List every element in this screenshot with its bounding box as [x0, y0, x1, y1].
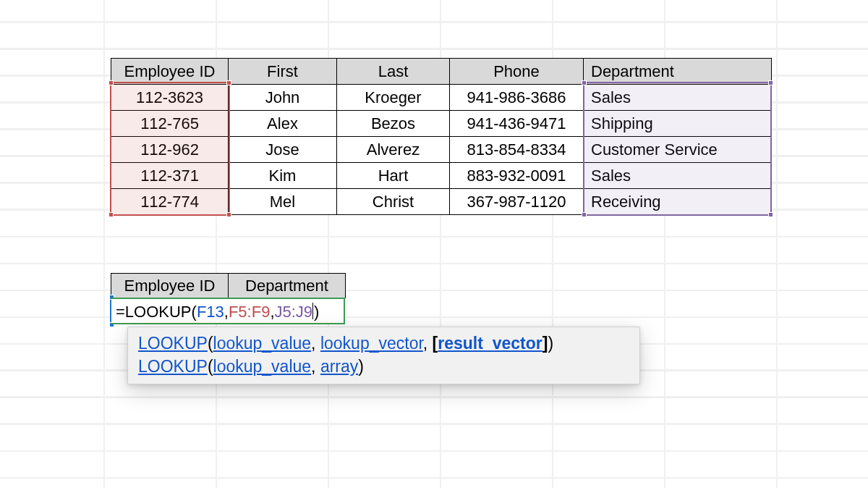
tooltip-signature-2[interactable]: LOOKUP(lookup_value, array)	[138, 355, 629, 378]
formula-text-prefix: =LOOKUP(	[116, 303, 197, 321]
cell-dept[interactable]: Receiving	[584, 189, 772, 215]
table-row: 112-371 Kim Hart 883-932-0091 Sales	[111, 163, 772, 189]
table-header-row: Employee ID Department	[111, 274, 346, 298]
tooltip-arg-lookup-value: lookup_value	[213, 334, 312, 353]
formula-text-suffix: )	[314, 303, 319, 321]
tooltip-paren: )	[548, 334, 553, 353]
cell-id[interactable]: 112-774	[111, 189, 229, 215]
cell-id[interactable]: 112-765	[111, 111, 229, 137]
cell-dept[interactable]: Shipping	[584, 111, 772, 137]
table-row: 112-3623 John Kroeger 941-986-3686 Sales	[111, 85, 772, 111]
text-cursor	[312, 303, 313, 319]
tooltip-fn-name: LOOKUP	[138, 334, 208, 353]
table-row: 112-765 Alex Bezos 941-436-9471 Shipping	[111, 111, 772, 137]
cell-last[interactable]: Bezos	[337, 111, 450, 137]
formula-arg-lookup-value: F13	[197, 303, 224, 321]
tooltip-arg-array: array	[320, 357, 358, 376]
tooltip-arg-lookup-vector: lookup_vector	[320, 334, 423, 353]
lookup-table: Employee ID Department	[111, 273, 346, 298]
cell-phone[interactable]: 883-932-0091	[450, 163, 584, 189]
cell-id[interactable]: 112-962	[111, 137, 229, 163]
cell-first[interactable]: Alex	[229, 111, 337, 137]
cell-dept[interactable]: Sales	[584, 85, 772, 111]
header-last[interactable]: Last	[337, 59, 450, 85]
cell-phone[interactable]: 941-436-9471	[450, 111, 584, 137]
cell-first[interactable]: Mel	[229, 189, 337, 215]
cell-phone[interactable]: 813-854-8334	[450, 137, 584, 163]
formula-edit-cell[interactable]: =LOOKUP(F13,F5:F9,J5:J9)	[111, 298, 345, 324]
header-first[interactable]: First	[229, 59, 337, 85]
cell-id[interactable]: 112-3623	[111, 85, 229, 111]
cell-last[interactable]: Kroeger	[337, 85, 450, 111]
cell-phone[interactable]: 941-986-3686	[450, 85, 584, 111]
tooltip-arg-lookup-value: lookup_value	[213, 357, 312, 376]
tooltip-paren: )	[358, 357, 364, 376]
tooltip-signature-1[interactable]: LOOKUP(lookup_value, lookup_vector, [res…	[138, 332, 629, 355]
header-department[interactable]: Department	[584, 59, 772, 85]
table-header-row: Employee ID First Last Phone Department	[111, 59, 772, 85]
cell-first[interactable]: John	[229, 85, 337, 111]
tooltip-paren: (	[208, 357, 213, 376]
function-tooltip: LOOKUP(lookup_value, lookup_vector, [res…	[127, 327, 640, 384]
cell-dept[interactable]: Sales	[584, 163, 772, 189]
tooltip-fn-name: LOOKUP	[138, 357, 208, 376]
formula-arg-lookup-vector: F5:F9	[229, 303, 270, 321]
header-employee-id[interactable]: Employee ID	[111, 59, 229, 85]
cell-dept[interactable]: Customer Service	[584, 137, 772, 163]
cell-first[interactable]: Jose	[229, 137, 337, 163]
employee-table: Employee ID First Last Phone Department …	[111, 58, 772, 215]
formula-arg-result-vector: J5:J9	[275, 303, 313, 321]
cell-first[interactable]: Kim	[229, 163, 337, 189]
tooltip-paren: (	[208, 334, 213, 353]
header-employee-id[interactable]: Employee ID	[111, 274, 229, 298]
cell-last[interactable]: Hart	[337, 163, 450, 189]
cell-id[interactable]: 112-371	[111, 163, 229, 189]
header-phone[interactable]: Phone	[450, 59, 584, 85]
tooltip-arg-result-vector: result_vector	[438, 334, 542, 353]
cell-phone[interactable]: 367-987-1120	[450, 189, 584, 215]
cell-last[interactable]: Christ	[337, 189, 450, 215]
table-row: 112-962 Jose Alverez 813-854-8334 Custom…	[111, 137, 772, 163]
table-row: 112-774 Mel Christ 367-987-1120 Receivin…	[111, 189, 772, 215]
cell-last[interactable]: Alverez	[337, 137, 450, 163]
header-department[interactable]: Department	[229, 274, 346, 298]
